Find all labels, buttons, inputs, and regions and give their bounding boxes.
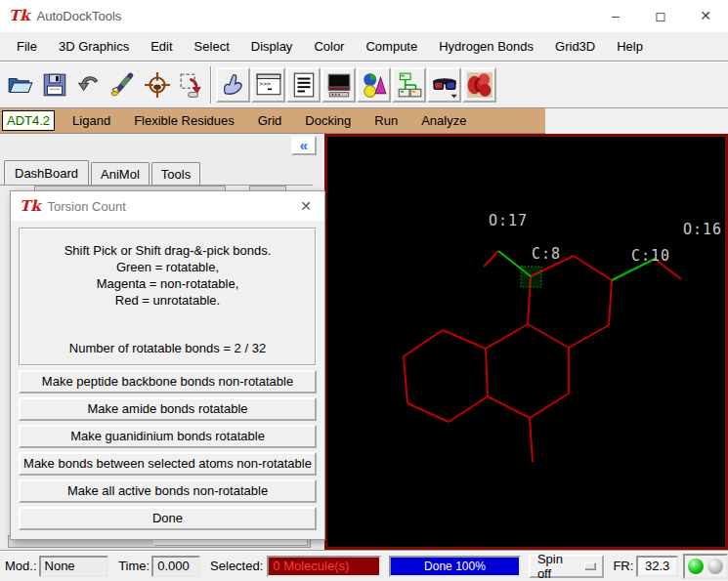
message-line-1: Shift Pick or Shift drag-&-pick bonds. bbox=[21, 242, 315, 259]
tk-app-icon: Tk bbox=[9, 7, 30, 24]
edit-marker-button[interactable] bbox=[106, 67, 140, 103]
time-field: 0.000 bbox=[151, 556, 200, 577]
rubber-band-pick-icon bbox=[178, 71, 205, 99]
atom-label-o17: O:17 bbox=[489, 212, 528, 229]
progress-bar: Done 100% bbox=[389, 556, 521, 577]
make-all-active-nonrotatable-button[interactable]: Make all active bonds non-rotatable bbox=[19, 479, 317, 503]
menu-bar: File 3D Graphics Edit Select Display Col… bbox=[0, 31, 728, 62]
selected-count-field: 0 Molecule(s) bbox=[267, 556, 381, 577]
tab-grid[interactable]: Grid bbox=[246, 109, 294, 132]
center-target-icon bbox=[144, 71, 171, 99]
menu-select[interactable]: Select bbox=[184, 34, 240, 59]
tab-animol[interactable]: AniMol bbox=[91, 162, 150, 185]
picked-atom-highlight bbox=[521, 267, 541, 287]
geometry-shapes-icon bbox=[361, 71, 388, 99]
svg-text:>>>: >>> bbox=[259, 80, 271, 88]
panel-collapse-button[interactable]: « bbox=[291, 136, 317, 155]
window-controls: – ◻ ✕ bbox=[593, 0, 728, 31]
minimize-button[interactable]: – bbox=[593, 0, 638, 31]
status-bar: Mod.: None Time: 0.000 Selected: 0 Molec… bbox=[0, 550, 728, 581]
undo-icon bbox=[75, 71, 103, 99]
gray-led-icon[interactable] bbox=[707, 559, 723, 574]
tab-dashboard[interactable]: DashBoard bbox=[4, 160, 89, 185]
open-file-button[interactable] bbox=[3, 67, 37, 103]
done-button[interactable]: Done bbox=[19, 507, 317, 530]
menu-edit[interactable]: Edit bbox=[140, 34, 183, 59]
save-button[interactable] bbox=[37, 67, 71, 103]
geometry-shapes-button[interactable] bbox=[357, 67, 391, 103]
pick-hand-icon bbox=[220, 71, 247, 99]
frame-rate-field: 32.3 bbox=[636, 556, 678, 577]
molecule-canvas: O:17 C:8 C:10 O:16 bbox=[327, 137, 725, 547]
window-title: AutoDockTools bbox=[37, 9, 122, 23]
close-button[interactable]: ✕ bbox=[683, 0, 728, 31]
dialog-title: Torsion Count bbox=[48, 199, 126, 214]
panel-tab-bar: DashBoard AniMol Tools bbox=[4, 158, 202, 185]
menu-help[interactable]: Help bbox=[606, 34, 654, 59]
open-file-icon bbox=[7, 71, 34, 99]
atom-label-c10: C:10 bbox=[631, 247, 670, 265]
title-bar: Tk AutoDockTools – ◻ ✕ bbox=[0, 0, 728, 31]
tab-tools[interactable]: Tools bbox=[151, 162, 200, 185]
save-icon bbox=[41, 71, 68, 99]
led-indicator-panel bbox=[683, 554, 728, 579]
output-text-icon bbox=[290, 71, 318, 99]
edit-marker-icon bbox=[109, 71, 137, 99]
atom-label-c8: C:8 bbox=[532, 245, 561, 263]
dialog-title-bar[interactable]: Tk Torsion Count ✕ bbox=[11, 191, 324, 221]
adt-molecule-icon bbox=[466, 71, 493, 99]
make-guanidinium-rotatable-button[interactable]: Make guanidinium bonds rotatable bbox=[19, 425, 317, 448]
rotatable-bond-count: Number of rotatable bonds = 2 / 32 bbox=[21, 340, 315, 356]
python-shell-icon: >>> bbox=[255, 71, 282, 99]
rubber-band-pick-button[interactable] bbox=[174, 67, 208, 103]
3d-viewer[interactable]: O:17 C:8 C:10 O:16 bbox=[324, 134, 728, 550]
stereo-glasses-icon bbox=[431, 71, 458, 99]
python-shell-button[interactable]: >>> bbox=[251, 67, 285, 103]
make-amide-rotatable-button[interactable]: Make amide bonds rotatable bbox=[19, 397, 317, 421]
toolbar: >>> bbox=[0, 62, 728, 108]
tab-run[interactable]: Run bbox=[363, 109, 409, 132]
menu-hydrogen-bonds[interactable]: Hydrogen Bonds bbox=[428, 34, 544, 59]
menu-color[interactable]: Color bbox=[303, 34, 355, 59]
mod-field: None bbox=[39, 556, 109, 577]
torsion-message-frame: Shift Pick or Shift drag-&-pick bonds. G… bbox=[19, 228, 317, 366]
display-device-button[interactable] bbox=[321, 67, 356, 103]
dialog-body: Shift Pick or Shift drag-&-pick bonds. G… bbox=[11, 221, 324, 530]
tab-docking[interactable]: Docking bbox=[293, 109, 363, 132]
make-peptide-backbone-nonrotatable-button[interactable]: Make peptide backbone bonds non-rotatabl… bbox=[19, 370, 317, 394]
green-led-icon[interactable] bbox=[688, 559, 704, 574]
tab-ligand[interactable]: Ligand bbox=[61, 109, 122, 132]
menu-compute[interactable]: Compute bbox=[355, 34, 428, 59]
torsion-count-dialog: Tk Torsion Count ✕ Shift Pick or Shift d… bbox=[10, 190, 325, 540]
unrotatable-bonds bbox=[404, 251, 681, 462]
display-device-icon bbox=[325, 71, 353, 99]
menu-display[interactable]: Display bbox=[240, 34, 304, 59]
dialog-close-button[interactable]: ✕ bbox=[296, 196, 316, 216]
dashboard-tree-button[interactable] bbox=[392, 67, 426, 103]
time-label: Time: bbox=[118, 559, 150, 573]
adt-molecule-button[interactable] bbox=[462, 67, 496, 103]
tab-adt42[interactable]: ADT4.2 bbox=[2, 110, 55, 131]
stereo-glasses-button[interactable] bbox=[427, 67, 461, 103]
mod-label: Mod.: bbox=[5, 559, 37, 573]
message-line-3: Magenta = non-rotatable, bbox=[21, 275, 315, 292]
undo-button[interactable] bbox=[71, 67, 106, 103]
option-menu-indicator-icon bbox=[584, 562, 596, 569]
menu-3d-graphics[interactable]: 3D Graphics bbox=[48, 34, 140, 59]
tab-flexible-residues[interactable]: Flexible Residues bbox=[122, 109, 246, 132]
dashboard-tree-icon bbox=[396, 71, 423, 99]
spin-option-menu[interactable]: Spin off bbox=[529, 555, 604, 578]
pick-hand-button[interactable] bbox=[216, 67, 250, 103]
make-selected-atoms-nonrotatable-button[interactable]: Make bonds between selected atoms non-ro… bbox=[19, 452, 317, 476]
mode-tab-bar: ADT4.2 Ligand Flexible Residues Grid Doc… bbox=[0, 108, 545, 134]
tab-analyze[interactable]: Analyze bbox=[409, 109, 478, 132]
tk-dialog-icon: Tk bbox=[20, 197, 41, 215]
message-line-2: Green = rotatable, bbox=[21, 259, 315, 275]
menu-grid3d[interactable]: Grid3D bbox=[544, 34, 606, 59]
center-target-button[interactable] bbox=[140, 67, 174, 103]
autodocktools-window: Tk AutoDockTools – ◻ ✕ File 3D Graphics … bbox=[0, 0, 728, 581]
menu-file[interactable]: File bbox=[6, 34, 48, 59]
message-line-4: Red = unrotatable. bbox=[21, 292, 315, 309]
maximize-button[interactable]: ◻ bbox=[638, 0, 683, 31]
output-text-button[interactable] bbox=[286, 67, 321, 103]
